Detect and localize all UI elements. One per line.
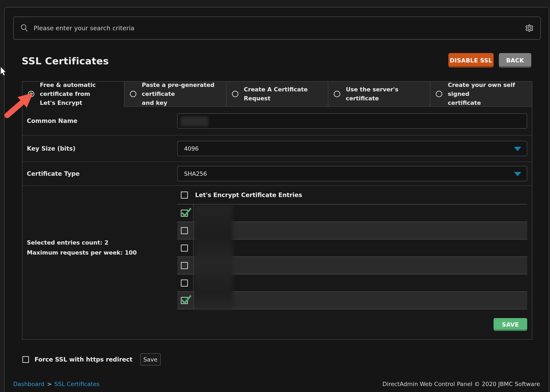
entry-check-cell xyxy=(177,204,194,222)
common-name-row: Common Name xyxy=(22,107,532,135)
key-size-row: Key Size (bits) 4096 xyxy=(22,135,532,162)
entry-checkbox[interactable] xyxy=(181,245,188,252)
radio-icon[interactable] xyxy=(334,91,340,97)
back-button[interactable]: BACK xyxy=(499,53,531,68)
breadcrumb-dashboard-link[interactable]: Dashboard xyxy=(13,381,44,387)
entry-check-cell xyxy=(177,257,194,274)
radio-icon[interactable] xyxy=(436,91,442,97)
tab-server-certificate[interactable]: Use the server's certificate xyxy=(328,82,430,107)
force-ssl-save-button[interactable]: Save xyxy=(140,353,161,366)
certificate-type-row: Certificate Type SHA256 xyxy=(22,162,532,186)
save-row: SAVE xyxy=(22,309,532,340)
tab-label: Create A Certificate Request xyxy=(244,85,322,103)
breadcrumb: Dashboard>SSL Certificates xyxy=(13,381,99,387)
ssl-form-card: Free & automatic certificate from Let's … xyxy=(22,81,532,340)
entry-checkbox[interactable] xyxy=(181,262,188,269)
certificate-entry-row[interactable] xyxy=(177,274,527,292)
certificate-entry-row[interactable] xyxy=(177,222,527,239)
search-icon xyxy=(20,24,29,33)
selected-entries-count: Selected entries count: 2 xyxy=(27,239,177,246)
entry-checkbox[interactable] xyxy=(181,227,188,234)
redacted-common-name-value xyxy=(181,117,208,126)
tab-label: Use the server's certificate xyxy=(346,85,424,103)
certificate-entry-row[interactable] xyxy=(177,204,527,222)
certificate-entry-row[interactable] xyxy=(177,257,527,274)
entries-header-row: Let's Encrypt Certificate Entries xyxy=(177,186,527,204)
force-ssl-checkbox[interactable] xyxy=(22,356,29,363)
select-all-checkbox[interactable] xyxy=(181,191,188,199)
chevron-down-icon xyxy=(514,147,521,151)
tab-label: Free & automatic certificate from Let's … xyxy=(40,81,118,107)
radio-selected-icon[interactable] xyxy=(28,91,34,97)
save-button[interactable]: SAVE xyxy=(494,318,527,331)
tab-label: Paste a pre-generated certificate and ke… xyxy=(142,81,221,107)
tab-paste-certificate[interactable]: Paste a pre-generated certificate and ke… xyxy=(124,82,226,107)
tab-self-signed[interactable]: Create your own self signed certificate xyxy=(430,82,532,107)
certificate-type-value: SHA256 xyxy=(184,170,207,177)
certificate-entry-row[interactable] xyxy=(177,292,527,309)
radio-icon[interactable] xyxy=(232,91,238,97)
force-ssl-row: Force SSL with https redirect Save xyxy=(22,353,161,366)
tab-lets-encrypt[interactable]: Free & automatic certificate from Let's … xyxy=(22,82,124,107)
entries-table: Let's Encrypt Certificate Entries xyxy=(177,186,527,309)
entry-check-cell xyxy=(177,274,194,291)
entry-checkbox[interactable] xyxy=(181,280,188,287)
common-name-label: Common Name xyxy=(22,117,177,124)
certificate-type-tabs: Free & automatic certificate from Let's … xyxy=(22,82,532,107)
page-title: SSL Certificates xyxy=(22,55,109,67)
search-bar xyxy=(13,17,541,40)
copyright-text: DirectAdmin Web Control Panel © 2020 JBM… xyxy=(382,381,540,387)
entry-checkbox-checked[interactable] xyxy=(181,210,188,217)
entries-header-label: Let's Encrypt Certificate Entries xyxy=(195,191,302,199)
certificate-type-select[interactable]: SHA256 xyxy=(177,166,527,181)
disable-ssl-button[interactable]: DISABLE SSL xyxy=(448,53,494,68)
gear-icon[interactable] xyxy=(525,23,534,33)
common-name-input[interactable] xyxy=(177,113,527,129)
key-size-select[interactable]: 4096 xyxy=(177,141,527,156)
max-requests-per-week: Maximum requests per week: 100 xyxy=(27,249,177,256)
footer: Dashboard>SSL Certificates DirectAdmin W… xyxy=(13,381,540,387)
tab-certificate-request[interactable]: Create A Certificate Request xyxy=(226,82,328,107)
certificate-type-label: Certificate Type xyxy=(22,170,177,177)
breadcrumb-ssl-certificates-link[interactable]: SSL Certificates xyxy=(54,381,99,387)
entry-checkbox-checked[interactable] xyxy=(181,297,188,304)
search-input[interactable] xyxy=(34,25,520,32)
chevron-down-icon xyxy=(514,172,521,176)
entry-check-cell xyxy=(177,292,194,309)
breadcrumb-separator: > xyxy=(47,381,52,387)
main-panel: SSL Certificates DISABLE SSL BACK Free &… xyxy=(4,7,549,392)
radio-icon[interactable] xyxy=(130,91,136,97)
entry-check-cell xyxy=(177,222,194,239)
key-size-label: Key Size (bits) xyxy=(22,145,177,152)
key-size-value: 4096 xyxy=(184,145,199,152)
entries-section: Selected entries count: 2 Maximum reques… xyxy=(22,186,532,309)
certificate-entry-row[interactable] xyxy=(177,239,527,257)
tab-label: Create your own self signed certificate xyxy=(448,81,526,107)
force-ssl-label: Force SSL with https redirect xyxy=(35,356,132,363)
entry-check-cell xyxy=(177,239,194,257)
entries-summary: Selected entries count: 2 Maximum reques… xyxy=(22,186,177,309)
